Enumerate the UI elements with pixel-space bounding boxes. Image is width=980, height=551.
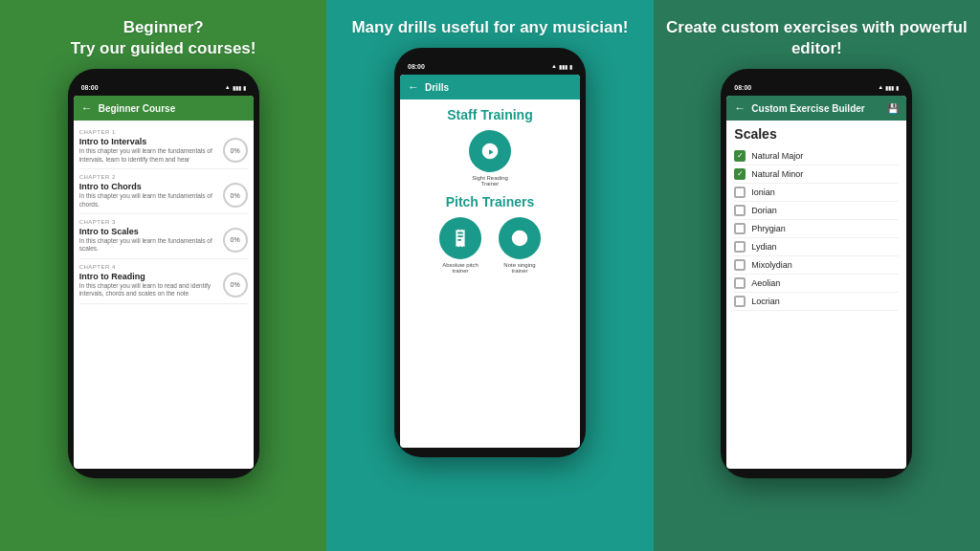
- pitch-trainer-icons: Absolute pitch trainer Note singing trai…: [406, 217, 574, 274]
- scale-item[interactable]: Dorian: [734, 202, 899, 220]
- right-screen-title: Custom Exercise Builder: [751, 103, 881, 114]
- scale-checkbox[interactable]: [734, 168, 746, 180]
- pitch-trainers-title: Pitch Trainers: [406, 194, 574, 209]
- staff-training-icons: Sight Reading Trainer: [406, 130, 574, 187]
- scale-name: Natural Minor: [751, 169, 803, 179]
- scales-list: Natural Major Natural Minor Ionian Doria…: [734, 147, 899, 311]
- right-phone-time: 08:00: [734, 84, 751, 91]
- scale-name: Locrian: [751, 297, 780, 306]
- right-panel: Create custom exercises with powerful ed…: [654, 0, 980, 551]
- scale-checkbox[interactable]: [734, 150, 746, 162]
- left-phone-time: 08:00: [81, 84, 99, 91]
- chapter-item[interactable]: CHAPTER 4 Intro to Reading In this chapt…: [79, 259, 248, 304]
- scale-checkbox[interactable]: [734, 241, 746, 253]
- scale-name: Aeolian: [751, 278, 780, 288]
- absolute-pitch-label: Absolute pitch trainer: [436, 262, 484, 274]
- sight-reading-label: Sight Reading Trainer: [466, 175, 514, 187]
- note-singing-label: Note singing trainer: [496, 262, 544, 274]
- scale-name: Natural Major: [751, 151, 803, 161]
- scale-checkbox[interactable]: [734, 277, 746, 289]
- absolute-pitch-icon: [439, 217, 481, 259]
- builder-screen: Scales Natural Major Natural Minor Ionia…: [726, 121, 906, 317]
- right-headline: Create custom exercises with powerful ed…: [663, 17, 970, 59]
- back-arrow-left[interactable]: ←: [81, 101, 93, 115]
- left-panel: Beginner? Try our guided courses! 08:00 …: [0, 0, 326, 551]
- left-screen: ← Beginner Course CHAPTER 1 Intro to Int…: [74, 96, 254, 469]
- chapter-desc: In this chapter you will learn to read a…: [79, 282, 223, 298]
- right-screen-header: ← Custom Exercise Builder 💾: [726, 96, 906, 121]
- scale-name: Dorian: [751, 206, 777, 215]
- staff-training-title: Staff Training: [406, 107, 574, 122]
- left-phone-icons: ▲▮▮▮▮: [225, 84, 246, 91]
- center-phone: 08:00 ▲▮▮▮▮ ← Drills Staff Training: [394, 48, 586, 457]
- progress-circle: 0%: [223, 138, 248, 163]
- scale-name: Phrygian: [751, 224, 786, 233]
- chapter-item[interactable]: CHAPTER 2 Intro to Chords In this chapte…: [79, 169, 248, 214]
- center-phone-time: 08:00: [408, 63, 425, 70]
- sight-reading-icon: [469, 130, 511, 172]
- right-phone-icons: ▲▮▮▮▮: [878, 84, 899, 91]
- back-arrow-right[interactable]: ←: [734, 101, 746, 115]
- back-arrow-center[interactable]: ←: [408, 80, 419, 94]
- scale-item[interactable]: Locrian: [734, 293, 899, 311]
- note-singing-icon: [499, 217, 541, 259]
- left-screen-header: ← Beginner Course: [74, 96, 254, 121]
- center-screen: ← Drills Staff Training Sight Reading Tr…: [400, 75, 580, 448]
- center-headline: Many drills useful for any musician!: [351, 17, 628, 38]
- right-phone: 08:00 ▲▮▮▮▮ ← Custom Exercise Builder 💾 …: [721, 69, 912, 478]
- progress-circle: 0%: [223, 273, 248, 298]
- note-singing-trainer[interactable]: Note singing trainer: [496, 217, 544, 274]
- chapter-desc: In this chapter you will learn the funda…: [79, 237, 223, 253]
- scale-item[interactable]: Ionian: [734, 184, 899, 202]
- chapter-label: CHAPTER 4: [79, 264, 248, 270]
- scale-name: Mixolydian: [751, 260, 792, 270]
- progress-circle: 0%: [223, 228, 248, 253]
- scale-name: Ionian: [751, 187, 775, 197]
- chapter-desc: In this chapter you will learn the funda…: [79, 192, 223, 209]
- chapter-name: Intro to Reading: [79, 272, 223, 281]
- scale-item[interactable]: Phrygian: [734, 220, 899, 238]
- center-panel: Many drills useful for any musician! 08:…: [326, 0, 653, 551]
- left-screen-title: Beginner Course: [99, 103, 246, 114]
- left-phone: 08:00 ▲▮▮▮▮ ← Beginner Course CHAPTER 1 …: [68, 69, 259, 478]
- center-screen-title: Drills: [425, 82, 572, 93]
- scale-checkbox[interactable]: [734, 223, 746, 234]
- progress-circle: 0%: [223, 183, 248, 208]
- chapter-label: CHAPTER 3: [79, 219, 248, 225]
- absolute-pitch-trainer[interactable]: Absolute pitch trainer: [436, 217, 484, 274]
- scale-item[interactable]: Natural Minor: [734, 165, 899, 184]
- save-icon[interactable]: 💾: [887, 103, 899, 114]
- chapter-item[interactable]: CHAPTER 1 Intro to Intervals In this cha…: [79, 124, 248, 169]
- scale-checkbox[interactable]: [734, 205, 746, 216]
- chapter-name: Intro to Chords: [79, 182, 223, 191]
- chapter-item[interactable]: CHAPTER 3 Intro to Scales In this chapte…: [79, 214, 248, 259]
- scale-item[interactable]: Mixolydian: [734, 256, 899, 275]
- chapter-list: CHAPTER 1 Intro to Intervals In this cha…: [74, 121, 254, 308]
- chapter-name: Intro to Intervals: [79, 137, 223, 146]
- scale-checkbox[interactable]: [734, 296, 746, 307]
- scale-checkbox[interactable]: [734, 187, 746, 198]
- drills-screen: Staff Training Sight Reading Trainer Pit…: [400, 99, 580, 289]
- chapter-label: CHAPTER 1: [79, 129, 248, 135]
- chapter-name: Intro to Scales: [79, 227, 223, 236]
- right-screen: ← Custom Exercise Builder 💾 Scales Natur…: [726, 96, 906, 469]
- chapter-label: CHAPTER 2: [79, 174, 248, 180]
- sight-reading-trainer[interactable]: Sight Reading Trainer: [466, 130, 514, 187]
- scale-item[interactable]: Natural Major: [734, 147, 899, 165]
- scale-item[interactable]: Aeolian: [734, 275, 899, 293]
- scale-item[interactable]: Lydian: [734, 238, 899, 256]
- scales-title: Scales: [734, 126, 899, 142]
- left-headline: Beginner? Try our guided courses!: [71, 17, 256, 59]
- scale-name: Lydian: [751, 242, 776, 252]
- center-phone-icons: ▲▮▮▮▮: [551, 63, 572, 70]
- center-screen-header: ← Drills: [400, 75, 580, 99]
- chapter-desc: In this chapter you will learn the funda…: [79, 147, 223, 164]
- scale-checkbox[interactable]: [734, 259, 746, 271]
